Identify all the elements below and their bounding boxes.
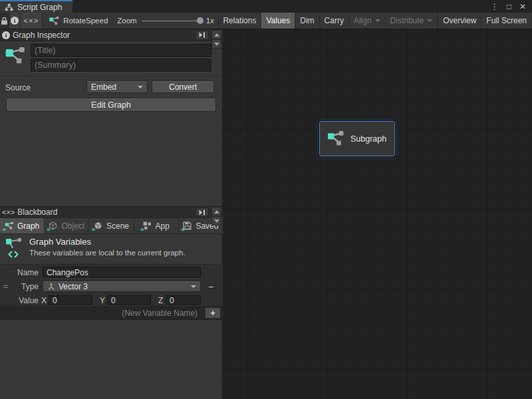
tab-object-label: Object — [61, 221, 84, 231]
dock-icon[interactable] — [196, 207, 209, 217]
chevron-down-icon — [191, 285, 196, 288]
tab-script-graph[interactable]: Script Graph — [0, 0, 72, 13]
chevron-down-icon — [427, 19, 432, 22]
new-variable-input[interactable] — [4, 307, 201, 319]
window-menu-icon[interactable]: ⋮ — [491, 3, 499, 11]
chevron-down-icon — [138, 86, 143, 88]
inspector-scroll-buttons — [211, 30, 221, 49]
type-label: Type — [15, 282, 39, 291]
triangle-up-icon — [214, 33, 219, 37]
add-variable-button[interactable]: + — [205, 307, 221, 319]
lock-icon — [1, 17, 8, 25]
value-z-input[interactable] — [166, 295, 201, 305]
zoom-label: Zoom — [117, 17, 136, 25]
full-screen-button[interactable]: Full Screen — [481, 13, 532, 29]
zoom-slider-handle[interactable] — [197, 17, 203, 24]
triangle-down-icon — [214, 219, 219, 223]
scroll-down-button[interactable] — [211, 216, 221, 225]
variables-badge-icon: ‹› — [141, 227, 144, 233]
value-label: Value — [15, 296, 39, 305]
drag-handle-icon[interactable]: = — [3, 282, 7, 291]
node-label: Subgraph — [350, 134, 386, 144]
align-dropdown[interactable]: Align — [349, 13, 386, 29]
script-graph-icon — [5, 3, 13, 11]
tab-scene[interactable]: ‹› Scene — [89, 218, 134, 234]
graph-icon — [327, 130, 344, 147]
variables-icon: <×> — [2, 208, 15, 216]
blackboard-title: Blackboard — [17, 207, 57, 217]
carry-button[interactable]: Carry — [320, 13, 349, 29]
relations-button[interactable]: Relations — [218, 13, 261, 29]
graph-inspector-header: i Graph Inspector — [0, 29, 223, 41]
blackboard-scroll-buttons — [211, 207, 221, 225]
variables-icon: <×> — [23, 17, 39, 25]
tab-graph[interactable]: ‹› Graph — [0, 218, 45, 234]
axis-y-label: Y — [100, 296, 105, 305]
unity-visual-scripting-window: Script Graph ⋮ □ ✕ i <×> — [0, 0, 532, 399]
scroll-up-button[interactable] — [211, 207, 221, 216]
value-y-input[interactable] — [107, 295, 151, 305]
inspect-button[interactable]: i — [9, 13, 20, 29]
blackboard-header: <×> Blackboard — [0, 206, 223, 218]
zoom-control: Zoom 1x — [113, 13, 218, 29]
variables-badge-icon: ‹› — [92, 227, 94, 233]
scroll-down-button[interactable] — [211, 39, 221, 49]
variables-badge-icon: ‹› — [3, 227, 5, 233]
variable-card: Name = Type Vector 3 − Value X — [0, 264, 223, 307]
window-tab-bar: Script Graph ⋮ □ ✕ — [0, 0, 532, 13]
window-maximize-icon[interactable]: □ — [507, 3, 511, 11]
tab-app[interactable]: ‹› App — [134, 218, 179, 234]
graph-variables-icon: ‹› — [5, 221, 14, 230]
chevron-down-icon — [375, 19, 380, 22]
variable-name-input[interactable] — [43, 267, 201, 278]
align-label: Align — [354, 16, 372, 25]
scroll-up-button[interactable] — [211, 30, 221, 39]
source-dropdown[interactable]: Embed — [86, 80, 148, 93]
subgraph-node[interactable]: Subgraph — [319, 121, 395, 156]
window-close-icon[interactable]: ✕ — [519, 3, 526, 11]
graph-variables-subtitle: These variables are local to the current… — [29, 249, 186, 257]
toolbar-toggle-group: Relations Values Dim Carry Align Distrib… — [218, 13, 438, 29]
variables-button[interactable]: <×> — [21, 13, 43, 29]
edit-graph-button[interactable]: Edit Graph — [6, 98, 216, 112]
graph-icon — [5, 46, 25, 66]
remove-variable-button[interactable]: − — [204, 281, 217, 293]
zoom-value: 1x — [206, 17, 214, 25]
variables-badge-icon: ‹› — [181, 227, 184, 233]
distribute-dropdown[interactable]: Distribute — [386, 13, 438, 29]
dim-label: Dim — [300, 16, 314, 25]
full-screen-label: Full Screen — [486, 16, 527, 25]
value-x-input[interactable] — [49, 295, 92, 305]
axis-z-label: Z — [158, 296, 163, 305]
info-icon: i — [2, 31, 10, 39]
tab-title: Script Graph — [17, 3, 62, 12]
tab-graph-label: Graph — [17, 221, 39, 231]
app-variables-icon: ‹› — [143, 221, 152, 230]
triangle-up-icon — [214, 210, 219, 213]
graph-breadcrumb[interactable]: RotateSpeed — [43, 13, 113, 29]
variable-type-dropdown[interactable]: Vector 3 — [43, 281, 201, 292]
info-icon: i — [11, 17, 19, 25]
zoom-slider[interactable] — [142, 21, 201, 21]
breadcrumb-label: RotateSpeed — [63, 17, 108, 25]
window-controls: ⋮ □ ✕ — [491, 0, 532, 13]
values-button[interactable]: Values — [261, 13, 295, 29]
dim-button[interactable]: Dim — [295, 13, 319, 29]
graph-variables-title: Graph Variables — [29, 237, 91, 247]
plus-icon: + — [210, 308, 215, 318]
distribute-label: Distribute — [390, 16, 424, 25]
lock-button[interactable] — [0, 13, 9, 29]
graph-title-input[interactable] — [31, 44, 211, 57]
type-value: Vector 3 — [59, 282, 88, 291]
saved-variables-icon: ‹› — [183, 221, 192, 230]
convert-button[interactable]: Convert — [152, 80, 214, 93]
tab-object[interactable]: ‹› Object — [45, 218, 89, 234]
overview-button[interactable]: Overview — [438, 13, 481, 29]
dock-icon[interactable] — [196, 31, 209, 40]
graph-toolbar: i <×> RotateSpeed Zoom 1x Relation — [0, 13, 532, 29]
graph-canvas[interactable]: Subgraph — [223, 29, 532, 399]
graph-summary-input[interactable] — [31, 59, 211, 72]
name-label: Name — [15, 268, 39, 277]
object-variables-icon: ‹› — [49, 221, 58, 230]
relations-label: Relations — [223, 16, 256, 25]
